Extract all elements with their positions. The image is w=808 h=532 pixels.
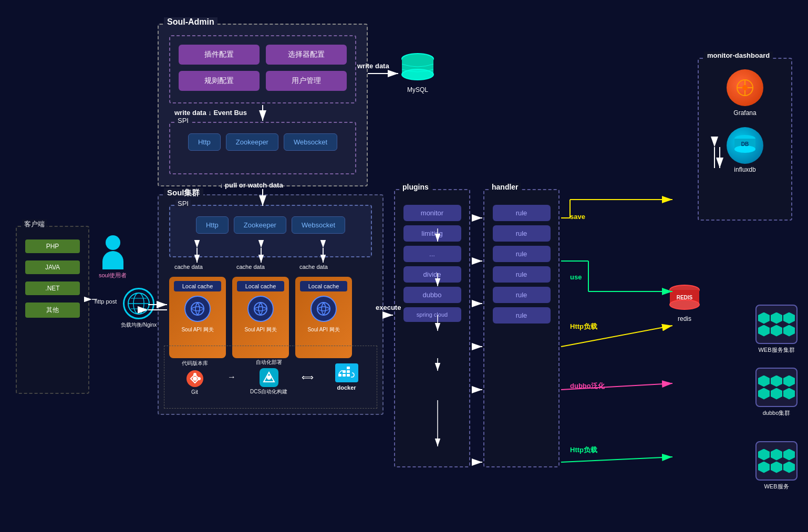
zookeeper-btn-cluster[interactable]: Zookeeper <box>234 216 286 234</box>
plugins-list: monitor limiting ... divide dubbo spring… <box>395 190 469 322</box>
gateway-label-1: Soul API 网关 <box>181 326 213 333</box>
svg-text:DB: DB <box>741 141 749 147</box>
dubbo-cluster-icon <box>755 368 797 407</box>
web-cluster-section: WEB服务集群 <box>755 305 797 354</box>
spi-box-admin: SPI Http Zookeeper Websocket <box>169 122 356 174</box>
person-label: soul使用者 <box>99 272 127 279</box>
svg-point-13 <box>191 302 204 315</box>
dcs-section: 自动化部署 DCS自动化构建 <box>244 359 294 395</box>
person-body <box>102 251 123 269</box>
auto-deploy-label: 自动化部署 <box>256 359 282 366</box>
grafana-label: Grafana <box>733 109 756 117</box>
git-section: 代码版本库 Git <box>170 360 220 395</box>
svg-point-35 <box>670 300 699 309</box>
http-btn-cluster[interactable]: Http <box>196 216 229 234</box>
limiting-plugin[interactable]: limiting <box>403 225 461 242</box>
soul-api-icon-2 <box>247 296 274 322</box>
network-icon <box>123 288 154 319</box>
use-label: use <box>570 273 582 281</box>
svg-line-74 <box>561 457 672 462</box>
double-arrow: ⟺ <box>302 372 314 382</box>
person-section: soul使用者 <box>99 235 127 279</box>
web-service-label: WEB服务 <box>764 483 789 491</box>
spi-btn-row-cluster: Http Zookeeper Websocket <box>170 206 371 244</box>
redis-section: REDIS redis <box>666 284 703 322</box>
pull-watch-label: ↓ pull or watch data <box>220 181 283 189</box>
websocket-btn-admin[interactable]: Websocket <box>284 133 337 151</box>
execute-label: execute <box>376 304 401 311</box>
web-service-section: WEB服务 <box>755 441 797 491</box>
dcs-label: DCS自动化构建 <box>250 388 287 395</box>
rule-4: rule <box>493 266 551 283</box>
admin-btn-grid: 插件配置 选择器配置 规则配置 用户管理 <box>170 36 355 99</box>
soul-cluster-title: Soul集群 <box>164 188 203 198</box>
handler-box: handler rule rule rule rule rule rule <box>483 189 560 467</box>
influxdb-section: DB influxdb <box>699 127 791 173</box>
tech-list: PHP JAVA .NET 其他 <box>17 227 88 324</box>
person-head <box>106 235 120 250</box>
svg-point-15 <box>317 302 330 315</box>
svg-point-17 <box>193 377 197 381</box>
deploy-arrow: → <box>227 372 236 382</box>
http-btn-admin[interactable]: Http <box>188 133 221 151</box>
svg-point-14 <box>254 302 267 315</box>
svg-point-21 <box>267 375 271 380</box>
rule-3: rule <box>493 246 551 262</box>
soul-admin-title: Soul-Admin <box>164 17 217 27</box>
handler-title: handler <box>490 183 521 191</box>
spi-cluster-box: SPI Http Zookeeper Websocket <box>169 205 372 257</box>
local-cache-2: Local cache <box>237 281 284 291</box>
http-load-1-label: Http负载 <box>570 322 597 331</box>
divide-plugin[interactable]: divide <box>403 266 461 283</box>
web-cluster-icon <box>755 305 797 344</box>
spi-cluster-label: SPI <box>175 200 191 207</box>
spring-cloud-plugin[interactable]: spring cloud <box>403 307 461 322</box>
grafana-section: Grafana <box>699 59 791 117</box>
dubbo-general-label: dubbo泛化 <box>570 381 605 391</box>
web-service-icon <box>755 441 797 481</box>
user-mgmt-btn[interactable]: 用户管理 <box>266 71 347 91</box>
cache-data-1: cache data <box>174 264 203 270</box>
mysql-icon <box>399 53 436 84</box>
web-cluster-label: WEB服务集群 <box>758 346 794 354</box>
svg-rect-23 <box>343 374 346 377</box>
redis-label: redis <box>678 315 691 322</box>
dubbo-cluster-section: dubbo集群 <box>755 368 797 417</box>
svg-rect-24 <box>347 374 350 377</box>
dcs-icon <box>260 368 278 387</box>
zookeeper-btn-admin[interactable]: Zookeeper <box>226 133 278 151</box>
monitor-dashboard-box: monitor-dashboard Grafana <box>698 58 792 221</box>
spi-btn-row-admin: Http Zookeeper Websocket <box>170 123 355 161</box>
other-label: 其他 <box>25 302 80 318</box>
handler-rules-list: rule rule rule rule rule rule <box>484 190 558 324</box>
php-label: PHP <box>25 239 80 253</box>
svg-point-18 <box>198 377 201 380</box>
dubbo-cluster-honeycomb <box>758 375 795 400</box>
local-cache-1: Local cache <box>174 281 221 291</box>
docker-icon <box>335 363 358 382</box>
websocket-btn-cluster[interactable]: Websocket <box>292 216 345 234</box>
monitor-plugin[interactable]: monitor <box>403 205 461 221</box>
rule-config-btn[interactable]: 规则配置 <box>179 71 260 91</box>
cache-data-2: cache data <box>236 264 265 270</box>
deploy-section: 代码版本库 Git → 自动化部署 <box>164 346 377 409</box>
dubbo-plugin[interactable]: dubbo <box>403 287 461 303</box>
mysql-label: MySQL <box>407 86 428 93</box>
net-label: .NET <box>25 281 80 295</box>
svg-rect-27 <box>347 367 350 369</box>
rule-6: rule <box>493 307 551 324</box>
admin-buttons-box: 插件配置 选择器配置 规则配置 用户管理 <box>169 35 356 103</box>
monitor-dashboard-title: monitor-dashboard <box>704 51 773 59</box>
redis-icon: REDIS <box>666 284 703 315</box>
selector-config-btn[interactable]: 选择器配置 <box>266 45 347 65</box>
java-label: JAVA <box>25 260 80 274</box>
rule-5: rule <box>493 287 551 303</box>
http-load-2-label: Http负载 <box>570 445 597 455</box>
svg-point-4 <box>742 85 748 90</box>
influxdb-label: influxdb <box>734 166 755 173</box>
plugin-config-btn[interactable]: 插件配置 <box>179 45 260 65</box>
plugins-box: plugins monitor limiting ... divide dubb… <box>394 189 470 467</box>
diagram-container: Soul-Admin 插件配置 选择器配置 规则配置 用户管理 write da… <box>0 0 808 532</box>
git-label: Git <box>191 389 198 395</box>
soul-cluster-box: Soul集群 SPI Http Zookeeper Websocket cach… <box>158 194 384 415</box>
